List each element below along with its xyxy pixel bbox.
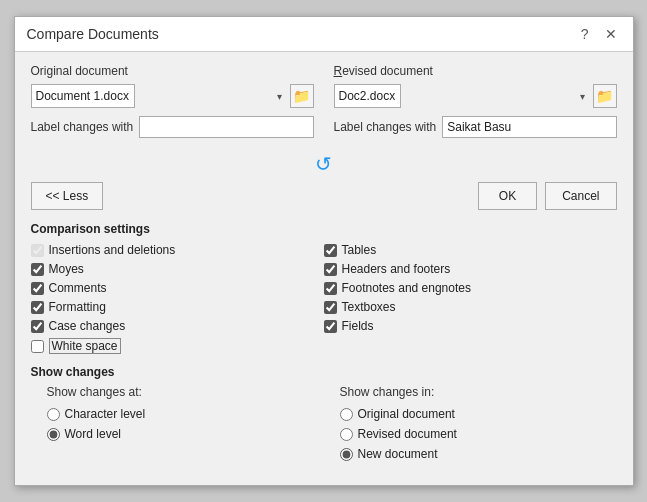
label-character-level: Character level	[65, 407, 146, 421]
comparison-section-title: Comparison settings	[31, 222, 617, 236]
revised-label-changes-text: Label changes with	[334, 120, 437, 134]
dialog-body: Original document Document 1.docx 📁 Labe…	[15, 52, 633, 485]
label-case: Case changes	[49, 319, 126, 333]
revised-doc-browse-button[interactable]: 📁	[593, 84, 617, 108]
checkbox-moves[interactable]	[31, 263, 44, 276]
show-in-title: Show changes in:	[324, 385, 617, 399]
original-doc-label: Original document	[31, 64, 314, 78]
radio-word-level[interactable]	[47, 428, 60, 441]
label-textboxes: Textboxes	[342, 300, 396, 314]
check-headers: Headers and footers	[324, 261, 617, 277]
original-doc-browse-button[interactable]: 📁	[290, 84, 314, 108]
revised-doc-select[interactable]: Doc2.docx	[334, 84, 401, 108]
show-changes-title: Show changes	[31, 365, 617, 379]
checkbox-textboxes[interactable]	[324, 301, 337, 314]
radio-new-document[interactable]	[340, 448, 353, 461]
check-footnotes: Footnotes and engnotes	[324, 280, 617, 296]
title-bar: Compare Documents ? ✕	[15, 17, 633, 52]
check-insertions: Insertions and deletions	[31, 242, 324, 258]
original-doc-group: Original document Document 1.docx 📁 Labe…	[31, 64, 314, 138]
checkbox-tables[interactable]	[324, 244, 337, 257]
revised-doc-group: Revised document Doc2.docx 📁 Label chang…	[334, 64, 617, 138]
revised-select-wrapper: Doc2.docx	[334, 84, 589, 108]
swap-button[interactable]: ↺	[315, 152, 332, 176]
checkbox-whitespace[interactable]	[31, 340, 44, 353]
checkbox-footnotes[interactable]	[324, 282, 337, 295]
original-label-changes-input[interactable]	[139, 116, 313, 138]
label-moves: Moyes	[49, 262, 84, 276]
checkbox-formatting[interactable]	[31, 301, 44, 314]
original-doc-select[interactable]: Document 1.docx	[31, 84, 135, 108]
radio-original-doc: Original document	[324, 405, 617, 423]
check-whitespace: White space	[31, 337, 324, 355]
radio-word-level: Word level	[31, 425, 324, 443]
checkbox-headers[interactable]	[324, 263, 337, 276]
checkbox-fields[interactable]	[324, 320, 337, 333]
check-moves: Moyes	[31, 261, 324, 277]
original-select-wrapper: Document 1.docx	[31, 84, 286, 108]
show-at-title: Show changes at:	[31, 385, 324, 399]
check-fields: Fields	[324, 318, 617, 334]
label-tables: Tables	[342, 243, 377, 257]
label-word-level: Word level	[65, 427, 121, 441]
radio-new-doc: New document	[324, 445, 617, 463]
revised-doc-label: Revised document	[334, 64, 617, 78]
cancel-button[interactable]: Cancel	[545, 182, 616, 210]
less-button[interactable]: << Less	[31, 182, 104, 210]
check-tables: Tables	[324, 242, 617, 258]
label-revised-document: Revised document	[358, 427, 457, 441]
checkbox-insertions[interactable]	[31, 244, 44, 257]
radio-char-level: Character level	[31, 405, 324, 423]
check-case: Case changes	[31, 318, 324, 334]
comparison-left-col: Insertions and deletions Moyes Comments …	[31, 242, 324, 355]
revised-label-row: Label changes with	[334, 116, 617, 138]
radio-revised-document[interactable]	[340, 428, 353, 441]
label-comments: Comments	[49, 281, 107, 295]
compare-documents-dialog: Compare Documents ? ✕ Original document …	[14, 16, 634, 486]
label-insertions: Insertions and deletions	[49, 243, 176, 257]
label-formatting: Formatting	[49, 300, 106, 314]
show-changes-section: Show changes Show changes at: Character …	[31, 365, 617, 463]
comparison-right-col: Tables Headers and footers Footnotes and…	[324, 242, 617, 355]
label-fields: Fields	[342, 319, 374, 333]
revised-label-changes-input[interactable]	[442, 116, 616, 138]
close-button[interactable]: ✕	[601, 25, 621, 43]
radio-original-document[interactable]	[340, 408, 353, 421]
button-row: << Less OK Cancel	[31, 182, 617, 210]
radio-character-level[interactable]	[47, 408, 60, 421]
label-original-document: Original document	[358, 407, 455, 421]
radio-revised-doc: Revised document	[324, 425, 617, 443]
label-footnotes: Footnotes and engnotes	[342, 281, 471, 295]
original-label-row: Label changes with	[31, 116, 314, 138]
ok-button[interactable]: OK	[478, 182, 537, 210]
check-textboxes: Textboxes	[324, 299, 617, 315]
help-button[interactable]: ?	[577, 25, 593, 43]
show-changes-at-col: Show changes at: Character level Word le…	[31, 385, 324, 463]
label-headers: Headers and footers	[342, 262, 451, 276]
show-changes-grid: Show changes at: Character level Word le…	[31, 385, 617, 463]
check-comments: Comments	[31, 280, 324, 296]
original-dropdown-row: Document 1.docx 📁	[31, 84, 314, 108]
document-row: Original document Document 1.docx 📁 Labe…	[31, 64, 617, 138]
label-new-document: New document	[358, 447, 438, 461]
label-whitespace: White space	[49, 338, 121, 354]
show-changes-in-col: Show changes in: Original document Revis…	[324, 385, 617, 463]
title-bar-controls: ? ✕	[577, 25, 621, 43]
revised-dropdown-row: Doc2.docx 📁	[334, 84, 617, 108]
checkbox-comments[interactable]	[31, 282, 44, 295]
comparison-grid: Insertions and deletions Moyes Comments …	[31, 242, 617, 355]
dialog-title: Compare Documents	[27, 26, 159, 42]
check-formatting: Formatting	[31, 299, 324, 315]
checkbox-case[interactable]	[31, 320, 44, 333]
original-label-changes-text: Label changes with	[31, 120, 134, 134]
swap-row: ↺	[31, 146, 617, 182]
